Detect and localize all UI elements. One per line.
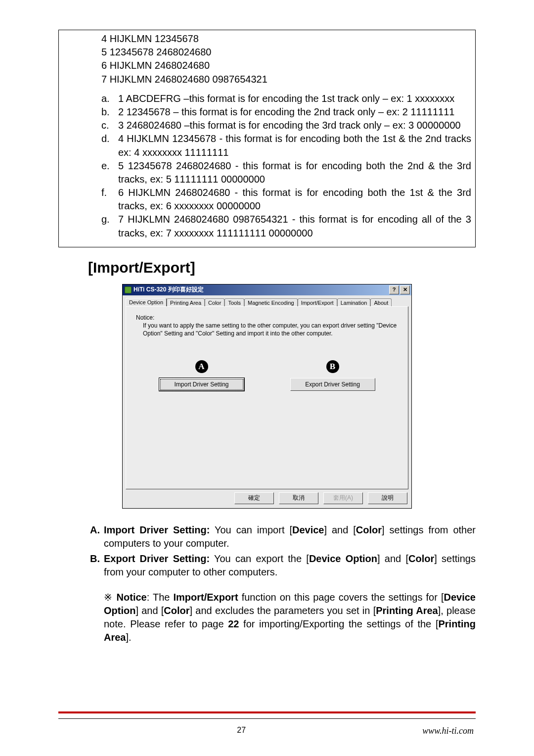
dialog-titlebar: HiTi CS-320 列印喜好設定 ? ✕ [123,284,411,295]
apply-button[interactable]: 套用(A) [323,492,363,504]
dialog-title: HiTi CS-320 列印喜好設定 [134,285,204,294]
list-item: e.5 12345678 2468024680 - this format is… [101,159,471,186]
notice-block: Notice: If you want to apply the same se… [136,314,398,338]
callout-marker-b: B [326,360,339,373]
list-item: b.2 12345678 – this format is for encodi… [101,105,471,119]
preferences-dialog: HiTi CS-320 列印喜好設定 ? ✕ Device Option Pri… [122,284,412,509]
tab-about[interactable]: About [370,298,392,307]
list-item: d.4 HIJKLMN 12345678 - this format is fo… [101,132,471,159]
document-page: 4 HIJKLMN 12345678 5 12345678 2468024680… [0,0,534,756]
tab-strip: Device Option Printing Area Color Tools … [123,295,411,306]
encoding-line-7: 7 HIJKLMN 2468024680 0987654321 [101,73,471,86]
dialog-button-row: 確定 取消 套用(A) 說明 [123,492,411,508]
encoding-formats-box: 4 HIJKLMN 12345678 5 12345678 2468024680… [58,30,476,247]
ok-button[interactable]: 確定 [234,492,274,504]
notice-label: Notice: [136,314,154,321]
tab-device-option[interactable]: Device Option [126,298,167,306]
close-window-button[interactable]: ✕ [400,285,410,294]
app-icon [125,286,132,293]
import-driver-setting-button[interactable]: Import Driver Setting [159,378,244,391]
import-bold: Import Driver Setting: [104,524,210,535]
page-number: 27 [237,726,246,736]
footer-rule [58,711,476,719]
tab-import-export[interactable]: Import/Export [298,298,337,307]
tab-lamination[interactable]: Lamination [337,298,371,307]
list-item: f.6 HIJKLMN 2468024680 - this format is … [101,186,471,213]
dialog-screenshot: HiTi CS-320 列印喜好設定 ? ✕ Device Option Pri… [58,284,476,509]
page-footer: 27 www.hi-ti.com [58,726,476,736]
section-heading-import-export: [Import/Export] [88,259,476,276]
description-a: A. Import Driver Setting: You can import… [90,523,476,550]
list-item: a.1 ABCDEFRG –this format is for encodin… [101,92,471,105]
list-item: g.7 HIJKLMN 2468024680 0987654321 - this… [101,213,471,239]
description-b: B. Export Driver Setting: You can export… [90,552,476,579]
import-export-description: A. Import Driver Setting: You can import… [90,523,476,644]
callout-marker-a: A [195,360,208,373]
help-button[interactable]: 說明 [368,492,407,504]
tab-tools[interactable]: Tools [224,298,244,307]
tab-color[interactable]: Color [205,298,224,307]
tab-printing-area[interactable]: Printing Area [167,298,205,307]
notice-paragraph: ※ Notice: The Import/Export function on … [90,591,476,644]
export-bold: Export Driver Setting: [104,553,210,564]
encoding-letter-list: a.1 ABCDEFRG –this format is for encodin… [101,92,471,240]
list-item: c.3 2468024680 –this format is for encod… [101,119,471,132]
cancel-button[interactable]: 取消 [279,492,318,504]
notice-body: If you want to apply the same setting to… [136,322,398,337]
tab-pane-import-export: Notice: If you want to apply the same se… [126,306,408,489]
encoding-line-5: 5 12345678 2468024680 [101,46,471,59]
export-driver-setting-button[interactable]: Export Driver Setting [290,378,375,391]
encoding-line-4: 4 HIJKLMN 12345678 [101,32,471,46]
tab-magnetic-encoding[interactable]: Magnetic Encoding [244,298,298,307]
footer-url: www.hi-ti.com [422,726,474,736]
encoding-line-6: 6 HIJKLMN 2468024680 [101,59,471,72]
help-window-button[interactable]: ? [389,285,399,294]
